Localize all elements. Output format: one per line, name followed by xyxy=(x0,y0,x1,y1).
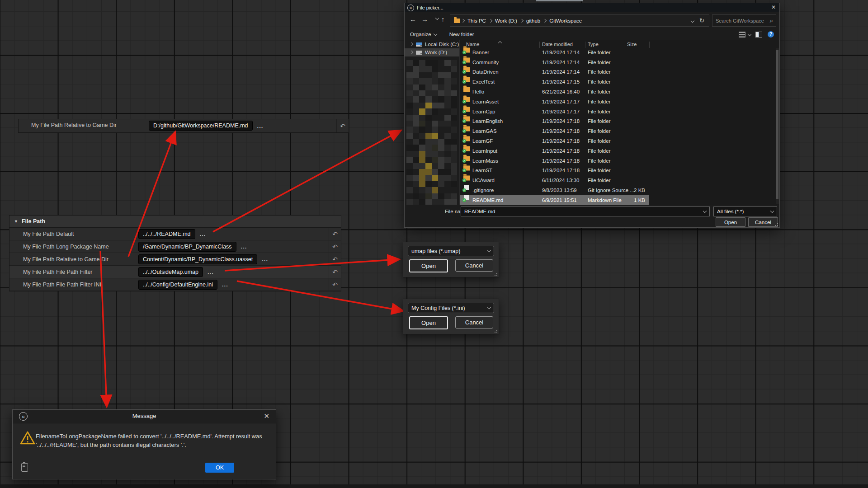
refresh-icon[interactable]: ↻ xyxy=(699,17,704,24)
reset-to-default-button[interactable]: ↶ xyxy=(336,119,349,132)
resize-grip[interactable] xyxy=(775,223,778,226)
file-row[interactable]: ✓Community1/19/2024 17:14File folder xyxy=(460,57,779,67)
recent-locations-chevron-icon[interactable] xyxy=(435,16,439,20)
message-text: FilenameToLongPackageName failed to conv… xyxy=(36,432,271,449)
column-header-name[interactable]: Name xyxy=(466,42,479,47)
search-input[interactable]: Search GitWorkspace ⌕ xyxy=(712,14,776,27)
copy-to-clipboard-icon[interactable] xyxy=(21,463,28,472)
git-status-icon: ✓ xyxy=(462,149,466,153)
browse-button[interactable]: ... xyxy=(262,256,268,263)
open-button[interactable]: Open xyxy=(409,316,448,329)
breadcrumb-separator-icon xyxy=(520,19,524,22)
open-button[interactable]: Open xyxy=(716,217,745,227)
view-options-chevron-icon[interactable] xyxy=(748,33,751,36)
detail-row-floating: My File Path Relative to Game Dir D:/git… xyxy=(18,119,349,133)
cancel-button[interactable]: Cancel xyxy=(455,316,493,328)
file-row[interactable]: ✓LearnGAS1/19/2024 17:18File folder xyxy=(460,126,779,136)
breadcrumb-item[interactable]: GitWorkspace xyxy=(549,18,582,23)
property-value-field[interactable]: /Game/Dynamic/BP_DynamicClass xyxy=(138,242,236,252)
scrollbar[interactable] xyxy=(776,48,779,204)
file-type-filter-combo[interactable]: My Config Files (*.ini) xyxy=(408,303,494,313)
breadcrumb-item[interactable]: github xyxy=(526,18,540,23)
property-value-field[interactable]: ../../OutsideMap.umap xyxy=(138,267,203,277)
property-label: My File Path File Path Filter xyxy=(23,269,93,275)
category-header[interactable]: ▼ File Path xyxy=(9,216,341,228)
up-icon[interactable]: ↑ xyxy=(441,15,445,23)
address-bar[interactable]: This PCWork (D:)githubGitWorkspace ↻ xyxy=(450,14,709,27)
cancel-button[interactable]: Cancel xyxy=(455,259,493,272)
file-row[interactable]: ✓README.md6/9/2021 15:51Markdown File1 K… xyxy=(460,195,649,205)
close-icon[interactable]: ✕ xyxy=(771,4,776,10)
reset-to-default-button[interactable]: ↶ xyxy=(329,278,341,291)
file-date: 1/19/2024 17:17 xyxy=(542,109,580,114)
change-view-icon[interactable] xyxy=(739,32,745,38)
browse-button[interactable]: ... xyxy=(257,122,264,129)
file-row[interactable]: ✓.gitignore9/8/2023 13:59Git Ignore Sour… xyxy=(460,185,779,195)
folder-icon xyxy=(454,19,460,23)
file-date: 6/11/2024 13:30 xyxy=(542,178,579,183)
file-row[interactable]: ✓Banner1/19/2024 17:14File folder xyxy=(460,47,779,57)
file-row[interactable]: ✓LearnMass1/19/2024 17:18File folder xyxy=(460,156,779,166)
reset-to-default-button[interactable]: ↶ xyxy=(329,240,341,253)
file-row[interactable]: Hello6/21/2024 16:40File folder xyxy=(460,87,779,97)
property-value-field[interactable]: ../../Config/DefaultEngine.ini xyxy=(138,280,217,290)
close-icon[interactable]: ✕ xyxy=(264,412,269,420)
property-value-field[interactable]: ../../../README.md xyxy=(138,229,195,239)
message-titlebar[interactable]: u Message ✕ xyxy=(13,410,276,423)
file-row[interactable]: ✓LearnEnglish1/19/2024 17:18File folder xyxy=(460,117,779,127)
file-name-combo[interactable]: README.md xyxy=(461,206,710,216)
breadcrumb-item[interactable]: Work (D:) xyxy=(495,18,517,23)
reset-to-default-button[interactable]: ↶ xyxy=(329,266,341,278)
address-dropdown-chevron-icon[interactable] xyxy=(691,19,694,22)
file-row[interactable]: ✓ExcelTest1/19/2024 17:15File folder xyxy=(460,77,779,87)
expand-chevron-icon[interactable] xyxy=(410,51,413,54)
folder-icon: ✓ xyxy=(463,79,470,84)
browse-button[interactable]: ... xyxy=(241,243,247,250)
file-row[interactable]: ✓LearnGF1/19/2024 17:18File folder xyxy=(460,136,779,146)
category-title: File Path xyxy=(22,218,45,225)
property-value-field[interactable]: Content/Dynamic/BP_DynamicClass.uasset xyxy=(138,254,257,264)
browse-button[interactable]: ... xyxy=(208,268,214,275)
breadcrumb-item[interactable]: This PC xyxy=(467,18,486,23)
reset-to-default-button[interactable]: ↶ xyxy=(329,253,341,265)
property-value-field[interactable]: D:/github/GitWorkspace/README.md xyxy=(149,121,253,131)
column-header-date[interactable]: Date modified xyxy=(542,42,573,47)
preview-pane-icon[interactable] xyxy=(755,32,762,38)
file-row[interactable]: ✓LearnCpp1/19/2024 17:17File folder xyxy=(460,107,779,117)
sidebar-item-local-disk-c[interactable]: Local Disk (C:) xyxy=(405,40,459,48)
scrollbar-thumb[interactable] xyxy=(776,50,778,199)
help-icon[interactable]: ? xyxy=(768,31,774,38)
file-picker-titlebar[interactable]: u File picker... ✕ xyxy=(405,3,779,12)
cancel-button[interactable]: Cancel xyxy=(748,217,778,227)
column-header-type[interactable]: Type xyxy=(588,42,599,47)
open-button[interactable]: Open xyxy=(409,259,448,272)
file-row[interactable]: ✓UCAward6/11/2024 13:30File folder xyxy=(460,175,779,185)
resize-grip[interactable] xyxy=(494,272,498,276)
unreal-logo-icon: u xyxy=(407,5,414,11)
file-type: File folder xyxy=(588,138,611,144)
new-folder-button[interactable]: New folder xyxy=(449,32,474,37)
file-row[interactable]: ✓LearnST1/19/2024 17:18File folder xyxy=(460,166,779,176)
ok-button[interactable]: OK xyxy=(205,463,234,473)
resize-grip[interactable] xyxy=(494,329,498,333)
git-status-icon: ✓ xyxy=(462,100,466,103)
expand-chevron-icon[interactable] xyxy=(410,42,413,46)
file-type: File folder xyxy=(588,178,611,183)
file-row[interactable]: ✓LearnAsset1/19/2024 17:17File folder xyxy=(460,97,779,107)
reset-icon: ↶ xyxy=(332,268,338,276)
file-type-filter-combo[interactable]: umap files (*.umap) xyxy=(408,246,494,256)
file-row[interactable]: ✓DataDriven1/19/2024 17:14File folder xyxy=(460,67,779,77)
forward-icon[interactable]: → xyxy=(421,15,428,23)
sidebar-item-work-d[interactable]: Work (D:) xyxy=(405,48,459,56)
file-row[interactable]: ✓LearnInput1/19/2024 17:18File folder xyxy=(460,146,779,156)
column-header-size[interactable]: Size xyxy=(627,42,637,47)
breadcrumb-separator-icon xyxy=(543,19,547,22)
browse-button[interactable]: ... xyxy=(200,230,206,237)
file-type-combo[interactable]: All files (*.*) xyxy=(713,206,777,216)
reset-icon: ↶ xyxy=(332,256,338,263)
back-icon[interactable]: ← xyxy=(410,15,416,23)
browse-button[interactable]: ... xyxy=(222,281,228,288)
reset-to-default-button[interactable]: ↶ xyxy=(329,228,341,240)
collapse-triangle-icon: ▼ xyxy=(14,219,18,224)
organize-button[interactable]: Organize xyxy=(410,32,437,37)
